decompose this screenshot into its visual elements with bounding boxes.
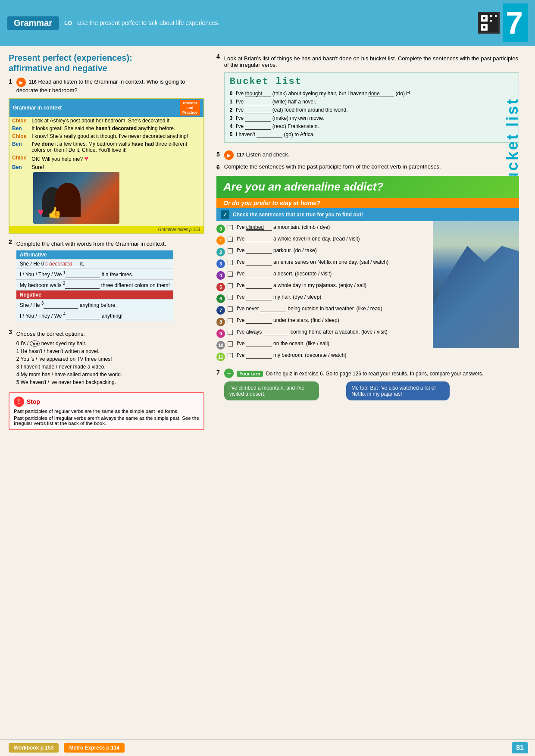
adren-fill-10[interactable] — [246, 341, 272, 347]
ex7-green-icon: → — [224, 371, 237, 377]
dialogue-text-3: I know! She's really good at it though. … — [29, 132, 203, 140]
grammar-context-header: Grammar in context PresentandPractice — [9, 99, 203, 117]
bucket-fill-3[interactable] — [245, 115, 271, 122]
checkbox-6[interactable] — [228, 295, 233, 300]
metro-button[interactable]: Metro Express p.114 — [64, 743, 125, 753]
checkbox-9[interactable] — [228, 330, 233, 335]
adren-item-2: 2 I've parkour. (do / take) — [216, 246, 519, 258]
aff-row-1: She / He 0's decorated it. — [16, 259, 173, 269]
ex6-content: Complete the sentences with the past par… — [224, 163, 441, 170]
aff-fill-3[interactable] — [65, 282, 100, 289]
dialogue-row-5: Chloe OK! Will you help me? ♥ — [9, 154, 203, 163]
checkbox-7[interactable] — [228, 306, 233, 312]
social-icons: ♥ 👍 — [38, 206, 61, 219]
adren-fill-7[interactable] — [260, 306, 286, 312]
checkbox-11[interactable] — [228, 353, 233, 358]
bucket-num-2: 2 — [230, 107, 233, 113]
bucket-num-4: 4 — [230, 123, 233, 129]
adren-item-6: 6 I've my hair. (dye / sleep) — [216, 293, 519, 304]
adren-circle-5: 5 — [216, 283, 225, 291]
adren-item-3: 3 I've an entire series on Netflix in on… — [216, 258, 519, 269]
adren-text-11: I've my bedroom. (decorate / watch) — [237, 352, 346, 359]
dialogue-image: ♥ 👍 — [33, 172, 119, 224]
adren-item-8: 8 I've under the stars. (find / sleep) — [216, 316, 519, 328]
bucket-fill-1[interactable] — [245, 99, 271, 105]
grammar-notes-link[interactable]: Grammar notes p.153 — [9, 226, 203, 233]
bucket-list-box: Bucket list 0 I've thought (think) about… — [224, 72, 519, 143]
speaker-chloe-2: Chloe — [9, 132, 29, 140]
ex2-num: 2 — [9, 238, 12, 245]
checkbox-1[interactable] — [228, 237, 233, 242]
adren-text-5: I've a whole day in my pajamas. (enjoy /… — [237, 282, 366, 289]
adren-text-9: I've always coming home after a vacation… — [237, 329, 388, 335]
neg-fill-2[interactable] — [66, 313, 100, 319]
header-bar: Grammar LO Use the present perfect to ta… — [0, 0, 535, 46]
ex3-item-0: 0 I's / 've never dyed my hair. — [16, 340, 122, 347]
checkmark-icon: ✓ — [221, 210, 229, 219]
audio-btn-117[interactable]: ▶ — [224, 150, 234, 160]
ex3-num: 3 — [9, 328, 12, 335]
bucket-fill-done[interactable]: done — [368, 91, 394, 97]
checkbox-0[interactable] — [228, 225, 233, 230]
stop-header: ! Stop — [14, 397, 199, 407]
workbook-button[interactable]: Workbook p.153 — [9, 743, 59, 753]
bucket-num-3: 3 — [230, 115, 233, 121]
speaker-ben-3: Ben — [9, 163, 29, 226]
adrenaline-title: Are you an adrenaline addict? — [216, 176, 519, 198]
checkbox-10[interactable] — [228, 341, 233, 347]
heart-icon: ♥ — [38, 206, 44, 219]
title-line1: Present perfect (experiences): — [9, 53, 132, 62]
adren-circle-1: 1 — [216, 236, 225, 245]
bucket-fill-thought[interactable]: thought — [245, 91, 271, 97]
adren-circle-10: 10 — [216, 341, 225, 350]
adren-item-1: 1 I've a whole novel in one day. (read /… — [216, 234, 519, 246]
adren-fill-9[interactable] — [263, 329, 289, 335]
bucket-fill-2[interactable] — [245, 107, 271, 113]
ex3-item-5: 5 We haven't / 've never been backpackin… — [16, 378, 122, 386]
bucket-fill-4[interactable] — [245, 123, 271, 130]
adren-fill-5[interactable] — [246, 282, 272, 289]
checkbox-3[interactable] — [228, 260, 233, 265]
aff-fill-1[interactable]: 's decorated — [44, 261, 79, 267]
adren-fill-8[interactable] — [246, 317, 272, 324]
ex7-content: → Your turn Do the quiz in exercise 6. G… — [224, 369, 484, 404]
checkbox-4[interactable] — [228, 272, 233, 277]
adren-fill-4[interactable] — [246, 271, 272, 277]
stop-box: ! Stop Past participles of regular verbs… — [9, 392, 204, 430]
adren-fill-6[interactable] — [246, 294, 272, 300]
speaker-ben-2: Ben — [9, 140, 29, 154]
ex2-instruction: Complete the chart with words from the G… — [16, 241, 173, 247]
neg-row-1: She / He 3 anything before. — [16, 300, 173, 310]
your-turn-icon: → — [224, 369, 234, 378]
adren-text-6: I've my hair. (dye / sleep) — [237, 294, 321, 300]
adren-circle-3: 3 — [216, 259, 225, 268]
adren-fill-11[interactable] — [246, 352, 272, 359]
neg-fill-1[interactable] — [44, 302, 78, 309]
checkbox-2[interactable] — [228, 248, 233, 253]
adren-fill-climbed[interactable]: climbed — [246, 224, 272, 231]
stop-line1: Past participles of regular verbs are th… — [14, 409, 199, 414]
exercise-2: 2 Complete the chart with words from the… — [9, 238, 204, 325]
grammar-table: Affirmative She / He 0's decorated it. I… — [16, 250, 173, 321]
ex2-content: Complete the chart with words from the G… — [16, 238, 173, 325]
adren-fill-1[interactable] — [246, 236, 272, 242]
bucket-item-1: 1 I've (write) half a novel. — [230, 98, 513, 106]
checkbox-8[interactable] — [228, 318, 233, 323]
adren-fill-3[interactable] — [246, 259, 272, 266]
exercise-3: 3 Choose the correct options. 0 I's / 'v… — [9, 328, 204, 389]
bucket-fill-5[interactable] — [257, 131, 282, 138]
adren-fill-2[interactable] — [246, 247, 272, 254]
exercise-7: 7 → Your turn Do the quiz in exercise 6.… — [216, 369, 519, 404]
audio-btn-116[interactable]: ▶ — [16, 78, 26, 87]
right-column: Bucket list 4 Look at Brian's list of th… — [211, 46, 526, 440]
bucket-item-5: 5 I haven't (go) to Africa. — [230, 131, 513, 139]
exercise-1: 1 ▶ 116 Read and listen to the Grammar i… — [9, 78, 204, 94]
ex6-num: 6 — [216, 163, 220, 171]
audio-num-116: 116 — [28, 79, 36, 84]
checkbox-5[interactable] — [228, 283, 233, 288]
dialogue-text-5: OK! Will you help me? ♥ — [29, 154, 203, 163]
exercise-4: 4 Look at Brian's list of things he has … — [216, 53, 519, 147]
aff-fill-2[interactable] — [66, 272, 100, 278]
ex4-instruction: Look at Brian's list of things he has an… — [224, 55, 519, 68]
dialogue-row-6: Ben Sure! ♥ 👍 — [9, 163, 203, 226]
